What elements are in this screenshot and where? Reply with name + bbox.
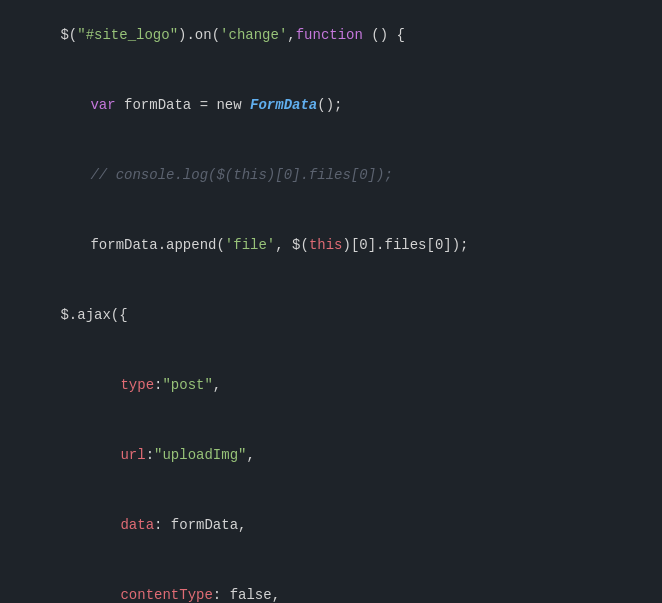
code-line-7: url:"uploadImg",: [0, 420, 662, 490]
code-line-5: $.ajax({: [0, 280, 662, 350]
code-token: formData = new: [116, 97, 250, 113]
code-token: function: [296, 27, 363, 43]
line-content-3: // console.log($(this)[0].files[0]);: [30, 142, 393, 208]
code-token: contentType: [120, 587, 212, 603]
code-token: : false,: [213, 587, 280, 603]
code-token: ,: [213, 377, 221, 393]
code-token: ).on(: [178, 27, 220, 43]
code-token: :: [146, 447, 154, 463]
code-line-4: formData.append('file', $(this)[0].files…: [0, 210, 662, 280]
code-token: ,: [246, 447, 254, 463]
code-token: $(: [60, 27, 77, 43]
code-token: "#site_logo": [77, 27, 178, 43]
code-line-9: contentType: false,: [0, 560, 662, 603]
code-line-2: var formData = new FormData();: [0, 70, 662, 140]
code-token: FormData: [250, 97, 317, 113]
code-token: var: [90, 97, 115, 113]
code-token: formData.append(: [90, 237, 224, 253]
line-content-5: $.ajax({: [0, 282, 128, 348]
code-token: ();: [317, 97, 342, 113]
line-content-4: formData.append('file', $(this)[0].files…: [30, 212, 469, 278]
code-token: this: [309, 237, 343, 253]
code-token: $.ajax({: [60, 307, 127, 323]
code-token: "post": [162, 377, 212, 393]
code-editor: $("#site_logo").on('change',function () …: [0, 0, 662, 603]
line-content-2: var formData = new FormData();: [30, 72, 343, 138]
code-token: type: [120, 377, 154, 393]
code-token: 'change': [220, 27, 287, 43]
code-line-6: type:"post",: [0, 350, 662, 420]
line-content-7: url:"uploadImg",: [60, 422, 255, 488]
code-token: ,: [287, 27, 295, 43]
code-token: // console.log($(this)[0].files[0]);: [90, 167, 392, 183]
code-token: 'file': [225, 237, 275, 253]
line-content-1: $("#site_logo").on('change',function () …: [0, 2, 405, 68]
code-token: : formData,: [154, 517, 246, 533]
code-token: "uploadImg": [154, 447, 246, 463]
code-line-8: data: formData,: [0, 490, 662, 560]
line-content-9: contentType: false,: [60, 562, 280, 603]
line-content-6: type:"post",: [60, 352, 221, 418]
code-token: data: [120, 517, 154, 533]
code-token: () {: [363, 27, 405, 43]
code-token: )[0].files[0]);: [342, 237, 468, 253]
code-line-1: $("#site_logo").on('change',function () …: [0, 0, 662, 70]
line-content-8: data: formData,: [60, 492, 246, 558]
code-token: , $(: [275, 237, 309, 253]
code-token: url: [120, 447, 145, 463]
code-line-3: // console.log($(this)[0].files[0]);: [0, 140, 662, 210]
